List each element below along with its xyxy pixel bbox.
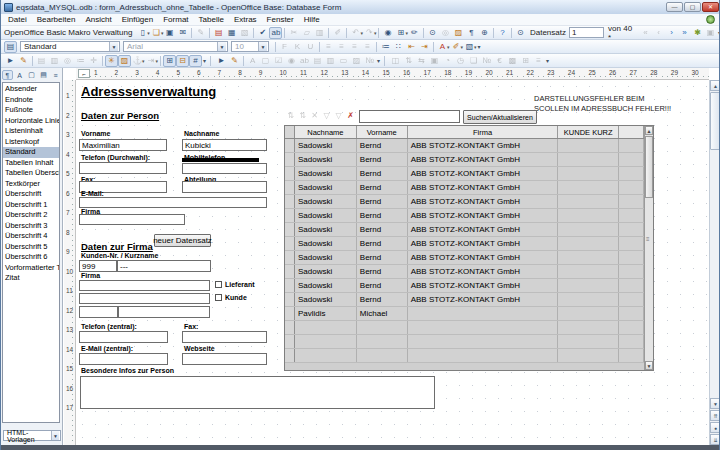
- text-box-icon[interactable]: ab: [298, 55, 311, 67]
- table-cell[interactable]: Michael: [357, 307, 408, 320]
- activation-order-icon[interactable]: ≔: [74, 55, 87, 67]
- cut-icon[interactable]: ✂: [287, 27, 300, 39]
- table-cell[interactable]: Pavlidis: [295, 307, 357, 320]
- table-cell[interactable]: [619, 139, 644, 152]
- style-item[interactable]: Horizontale Linie: [3, 116, 59, 127]
- alignment-icon[interactable]: ⇥: [145, 55, 158, 67]
- row-header-cell[interactable]: [285, 167, 295, 180]
- more-controls-icon[interactable]: ◫: [389, 55, 402, 67]
- email-input[interactable]: [79, 197, 267, 208]
- window-vertical-scrollbar[interactable]: ▲ ▼ ⇈ ● ⇊: [709, 80, 720, 445]
- navigator-icon[interactable]: ◎: [439, 27, 452, 39]
- scroll-down-icon[interactable]: ▼: [645, 361, 653, 370]
- menu-ansicht[interactable]: Ansicht: [80, 14, 116, 26]
- fax2-input[interactable]: [182, 331, 267, 343]
- sort-ascending-icon[interactable]: ⇅: [285, 110, 296, 121]
- redo-icon[interactable]: ↷: [363, 27, 376, 39]
- combo-dropdown-icon[interactable]: ▼: [217, 42, 226, 51]
- scroll-up-icon[interactable]: ▲: [710, 80, 720, 91]
- option-button-icon[interactable]: ◉: [285, 55, 298, 67]
- table-control-icon[interactable]: ⊞: [519, 55, 532, 67]
- row-header-cell[interactable]: [285, 237, 295, 250]
- table-cell[interactable]: ABB STOTZ-KONTAKT GmbH: [408, 139, 559, 152]
- style-item[interactable]: Zitat: [3, 273, 59, 284]
- table-cell[interactable]: ABB STOTZ-KONTAKT GmbH: [408, 293, 559, 306]
- menu-tabelle[interactable]: Tabelle: [194, 14, 229, 26]
- table-cell[interactable]: [619, 265, 644, 278]
- table-cell[interactable]: [295, 321, 357, 334]
- numbered-list-icon[interactable]: ≔: [379, 41, 392, 53]
- table-cell[interactable]: Sadowski: [295, 251, 357, 264]
- table-row[interactable]: SadowskiBerndABB STOTZ-KONTAKT GmbH: [285, 167, 644, 181]
- table-cell[interactable]: Sadowski: [295, 209, 357, 222]
- style-item[interactable]: Listeninhalt: [3, 126, 59, 137]
- row-header-cell[interactable]: [285, 307, 295, 320]
- row-header-cell[interactable]: [285, 195, 295, 208]
- table-cell[interactable]: Bernd: [357, 139, 408, 152]
- page-preview-icon[interactable]: ▧: [238, 27, 251, 39]
- table-cell[interactable]: Sadowski: [295, 195, 357, 208]
- scroll-up-icon[interactable]: ▲: [645, 126, 653, 135]
- row-header-cell[interactable]: [285, 209, 295, 222]
- table-cell[interactable]: [558, 209, 619, 222]
- select-arrow-icon[interactable]: ►: [215, 55, 228, 67]
- menu-fenster[interactable]: Fenster: [262, 14, 299, 26]
- style-item[interactable]: Überschrift 6: [3, 252, 59, 263]
- table-cell[interactable]: Sadowski: [295, 293, 357, 306]
- telefon-durchwahl-input[interactable]: [79, 162, 167, 174]
- table-cell[interactable]: [295, 349, 357, 362]
- email-icon[interactable]: ✉: [176, 27, 189, 39]
- list-styles-icon[interactable]: ≡: [50, 70, 61, 80]
- table-cell[interactable]: ABB STOTZ-KONTAKT GmbH: [408, 265, 559, 278]
- table-cell[interactable]: ABB STOTZ-KONTAKT GmbH: [408, 209, 559, 222]
- table-cell[interactable]: Bernd: [357, 167, 408, 180]
- table-cell[interactable]: Bernd: [357, 195, 408, 208]
- style-item[interactable]: Vorformatierter Text: [3, 263, 59, 274]
- column-header-vorname[interactable]: Vorname: [357, 126, 408, 138]
- table-cell[interactable]: ABB STOTZ-KONTAKT GmbH: [408, 167, 559, 180]
- previous-record-icon[interactable]: ‹: [652, 27, 665, 39]
- menu-einfgen[interactable]: Einfügen: [117, 14, 159, 26]
- abteilung-input[interactable]: [182, 181, 267, 193]
- table-row[interactable]: SadowskiBerndABB STOTZ-KONTAKT GmbH: [285, 181, 644, 195]
- group-box-icon[interactable]: ▢: [259, 55, 272, 67]
- vorname-input[interactable]: Maximilian: [79, 139, 167, 151]
- firma-row3a-input[interactable]: [79, 306, 118, 318]
- firma-row1-input[interactable]: [79, 280, 210, 291]
- row-header-cell[interactable]: [285, 139, 295, 152]
- style-item[interactable]: Absender: [3, 84, 59, 95]
- push-button-icon[interactable]: ▭: [337, 55, 350, 67]
- style-item[interactable]: Überschrift 5: [3, 242, 59, 253]
- control-properties-icon[interactable]: ▤: [35, 55, 48, 67]
- toolbar-overflow-icon[interactable]: ▾: [478, 43, 481, 50]
- next-page-icon[interactable]: ⇊: [710, 434, 720, 445]
- sort-descending-icon[interactable]: ⇅: [297, 110, 308, 121]
- row-header-cell[interactable]: [285, 181, 295, 194]
- snap-to-grid-icon[interactable]: ⊟: [176, 55, 189, 67]
- record-number-input[interactable]: 1: [569, 27, 604, 38]
- standard-filter-icon[interactable]: ▽: [333, 110, 344, 121]
- table-cell[interactable]: [619, 293, 644, 306]
- webseite-input[interactable]: [182, 353, 267, 365]
- table-cell[interactable]: [408, 335, 559, 348]
- hyperlink-icon[interactable]: ◉: [381, 27, 394, 39]
- table-cell[interactable]: Bernd: [357, 279, 408, 292]
- draw-functions-icon[interactable]: ✏: [408, 27, 421, 39]
- checkbox-icon[interactable]: [215, 294, 222, 301]
- table-scrollbar[interactable]: ▲ ≡ ▼: [644, 126, 653, 370]
- style-item[interactable]: Überschrift: [3, 189, 59, 200]
- frame-styles-icon[interactable]: ▢: [26, 70, 37, 80]
- check-box-icon[interactable]: ☑: [272, 55, 285, 67]
- menu-bearbeiten[interactable]: Bearbeiten: [32, 14, 81, 26]
- form-properties-icon[interactable]: ▥: [48, 55, 61, 67]
- row-header-cell[interactable]: [285, 335, 295, 348]
- toolbar-overflow-icon[interactable]: ▾: [546, 57, 549, 64]
- image-control-icon[interactable]: ▣: [428, 55, 441, 67]
- kunden-nr-input[interactable]: 999: [79, 260, 117, 272]
- scrollbar-icon[interactable]: ⇆: [415, 55, 428, 67]
- copy-icon[interactable]: ▱: [300, 27, 313, 39]
- align-left-icon[interactable]: ≡: [322, 41, 335, 53]
- pattern-field-icon[interactable]: ▩: [506, 55, 519, 67]
- table-cell[interactable]: Bernd: [357, 181, 408, 194]
- design-mode-on-off-icon[interactable]: ✎: [228, 55, 241, 67]
